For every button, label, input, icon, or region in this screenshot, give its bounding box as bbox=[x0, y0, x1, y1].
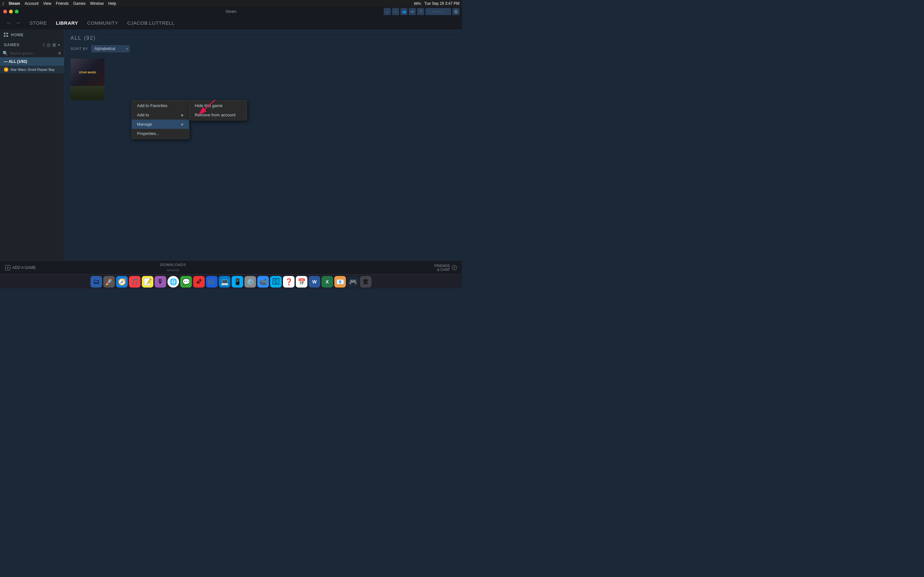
nav-back[interactable]: ← bbox=[5, 19, 13, 26]
nav-arrows: ← → bbox=[5, 19, 22, 26]
search-icon: 🔍 bbox=[3, 51, 8, 56]
page-title: ALL (92) bbox=[71, 34, 95, 41]
dock-steam[interactable]: 🎮 bbox=[347, 276, 359, 287]
settings-icon[interactable]: ⊞ bbox=[52, 42, 56, 47]
arrow-right-icon: ▶ bbox=[181, 113, 184, 117]
game-badge-icon: ★ bbox=[4, 67, 8, 72]
submenu-hide-game[interactable]: Hide this game bbox=[190, 101, 247, 110]
apple-icon-filter[interactable]:  bbox=[43, 42, 45, 47]
sidebar-games-section[interactable]: GAMES  ◷ ⊞ ▾ bbox=[0, 40, 64, 49]
chevron-down-icon[interactable]: ▾ bbox=[58, 43, 60, 47]
downloads-label: DOWNLOADS bbox=[160, 263, 186, 267]
dock-launchpad[interactable]: 🚀 bbox=[103, 276, 115, 287]
dock-newsapp[interactable]: 🗞 bbox=[193, 276, 205, 287]
context-menu-add-to[interactable]: Add to ▶ bbox=[132, 110, 189, 119]
add-game-plus-icon: + bbox=[5, 265, 10, 270]
minimize-button[interactable] bbox=[9, 10, 13, 13]
add-game-button[interactable]: + ADD A GAME bbox=[5, 265, 36, 270]
nav-forward-titlebar[interactable]: → bbox=[392, 8, 399, 15]
friends-plus-icon: + bbox=[452, 265, 457, 270]
menubar-account[interactable]: Account bbox=[25, 1, 39, 6]
close-button[interactable] bbox=[3, 10, 7, 13]
sort-by-label: SORT BY bbox=[71, 47, 88, 51]
downloads-sub-label: Manage bbox=[167, 269, 179, 272]
context-menu-add-favorites[interactable]: Add to Favorites bbox=[132, 101, 189, 110]
header-divider bbox=[102, 37, 456, 38]
menubar-steam[interactable]: Steam bbox=[9, 1, 20, 6]
notifications-btn[interactable]: ✉ bbox=[409, 8, 416, 15]
context-menu-manage[interactable]: Manage ▶ bbox=[132, 119, 189, 129]
nav-store[interactable]: STORE bbox=[26, 18, 51, 27]
game-tile-overlay-text: STAR WARS bbox=[79, 71, 96, 74]
menubar-battery: 88% bbox=[414, 2, 421, 5]
search-btn[interactable]: search... bbox=[425, 8, 451, 15]
nav-library[interactable]: LIBRARY bbox=[52, 18, 82, 27]
menubar-view[interactable]: View bbox=[43, 1, 51, 6]
sidebar-search-bar[interactable]: 🔍 ⚙ bbox=[0, 49, 64, 57]
content-header: ALL (92) bbox=[64, 29, 462, 44]
dock-helpmac[interactable]: ❓ bbox=[283, 276, 294, 287]
dock-excel[interactable]: X bbox=[321, 276, 333, 287]
maximize-button[interactable] bbox=[15, 10, 19, 13]
nav-community[interactable]: COMMUNITY bbox=[83, 18, 122, 27]
context-menu: Add to Favorites Add to ▶ Manage ▶ Prope… bbox=[132, 100, 189, 139]
dock-appstore[interactable]: 📱 bbox=[232, 276, 243, 287]
search-input[interactable] bbox=[10, 51, 56, 55]
dock-airmail[interactable]: 📧 bbox=[334, 276, 346, 287]
dock-notes[interactable]: 📝 bbox=[142, 276, 153, 287]
submenu-remove-account[interactable]: Remove from account bbox=[190, 110, 247, 119]
main-layout: HOME GAMES  ◷ ⊞ ▾ 🔍 ⚙ — ALL (1/92) ★ St… bbox=[0, 29, 462, 274]
friends-chat-label: FRIENDS& CHAT bbox=[435, 264, 450, 271]
navbar: ← → STORE LIBRARY COMMUNITY CJACOB.LUTTR… bbox=[0, 16, 462, 29]
bottom-bar: + ADD A GAME DOWNLOADS Manage FRIENDS& C… bbox=[0, 260, 462, 274]
dock-finder[interactable]: 🗂 bbox=[90, 276, 102, 287]
game-tile-starwars[interactable]: STAR WARS bbox=[71, 59, 105, 100]
games-grid: STAR WARS bbox=[64, 55, 462, 103]
dock-podcasts[interactable]: 🎙 bbox=[155, 276, 166, 287]
sidebar-game-name: Star Wars: Droid Repair Bay bbox=[10, 68, 55, 71]
dock-calendar[interactable]: 📅 bbox=[296, 276, 307, 287]
apple-menu-icon[interactable]:  bbox=[3, 1, 4, 6]
recent-icon[interactable]: ◷ bbox=[47, 42, 50, 47]
dock-music[interactable]: 🎵 bbox=[129, 276, 141, 287]
sidebar-home[interactable]: HOME bbox=[0, 29, 64, 40]
sidebar-section-controls:  ◷ ⊞ ▾ bbox=[43, 42, 60, 47]
sort-dropdown[interactable]: Alphabetical Last Played Recently Added … bbox=[91, 45, 129, 52]
screenshot-btn[interactable]: 🖼 bbox=[452, 8, 459, 15]
dock-word[interactable]: W bbox=[309, 276, 320, 287]
nav-username[interactable]: CJACOB.LUTTRELL bbox=[124, 18, 179, 27]
sidebar-all-label: — ALL (1/92) bbox=[4, 59, 27, 64]
submenu-manage: Hide this game Remove from account bbox=[189, 100, 247, 121]
help-btn[interactable]: ? bbox=[417, 8, 424, 15]
menubar-time: Tue Sep 29 3:47 PM bbox=[424, 1, 459, 6]
friends-icon-btn[interactable]: 👥 bbox=[401, 8, 407, 15]
menubar-friends[interactable]: Friends bbox=[56, 1, 69, 6]
nav-forward[interactable]: → bbox=[14, 19, 22, 26]
nav-back-titlebar[interactable]: ← bbox=[384, 8, 391, 15]
dock-zoom[interactable]: 📹 bbox=[257, 276, 269, 287]
menubar-window[interactable]: Window bbox=[90, 1, 104, 6]
sidebar-all-games[interactable]: — ALL (1/92) bbox=[0, 57, 64, 66]
downloads-button[interactable]: DOWNLOADS Manage bbox=[160, 263, 186, 272]
context-menu-properties[interactable]: Properties... bbox=[132, 129, 189, 138]
dock-skype[interactable]: 🅂 bbox=[270, 276, 282, 287]
window-title: Steam bbox=[226, 9, 237, 14]
dock-musescore[interactable]: 🎼 bbox=[206, 276, 218, 287]
menubar:  Steam Account View Friends Games Windo… bbox=[0, 0, 462, 7]
dock-vscode[interactable]: 💻 bbox=[219, 276, 230, 287]
dock-chrome[interactable]: 🌐 bbox=[168, 276, 179, 287]
sort-dropdown-wrapper[interactable]: Alphabetical Last Played Recently Added … bbox=[91, 45, 129, 52]
sidebar-game-item-starwars[interactable]: ★ Star Wars: Droid Repair Bay bbox=[0, 66, 64, 73]
traffic-lights bbox=[0, 7, 22, 16]
filter-icon[interactable]: ⚙ bbox=[58, 51, 61, 55]
dock-systemprefs[interactable]: ⚙️ bbox=[244, 276, 256, 287]
friends-chat-button[interactable]: FRIENDS& CHAT + bbox=[435, 264, 457, 271]
dock-trash[interactable]: 🗑 bbox=[360, 276, 372, 287]
menubar-help[interactable]: Help bbox=[108, 1, 116, 6]
dock-messages[interactable]: 💬 bbox=[180, 276, 192, 287]
arrow-right-manage-icon: ▶ bbox=[181, 122, 184, 126]
dock-safari[interactable]: 🧭 bbox=[116, 276, 128, 287]
game-tile-image-top: STAR WARS bbox=[71, 59, 105, 86]
menubar-games[interactable]: Games bbox=[73, 1, 86, 6]
sidebar-home-label: HOME bbox=[11, 33, 24, 37]
